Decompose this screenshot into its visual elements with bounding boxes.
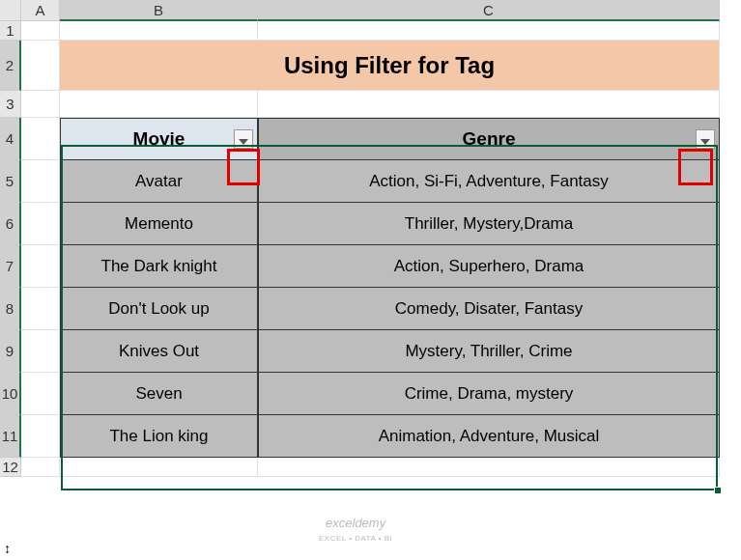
filter-button-movie[interactable] — [234, 129, 253, 149]
table-row[interactable]: Mystery, Thriller, Crime — [258, 330, 720, 373]
row-header-10[interactable]: 10 — [0, 373, 21, 415]
table-header-genre[interactable]: Genre — [258, 118, 720, 160]
col-header-c[interactable]: C — [258, 0, 720, 21]
row-header-7[interactable]: 7 — [0, 245, 21, 288]
table-row[interactable]: Don't Look up — [60, 288, 258, 330]
watermark: exceldemy EXCEL • DATA • BI — [319, 517, 392, 545]
row-header-11[interactable]: 11 — [0, 415, 21, 458]
table-header-movie[interactable]: Movie — [60, 118, 258, 160]
cell-a11[interactable] — [21, 415, 60, 458]
table-row[interactable]: Crime, Drama, mystery — [258, 373, 720, 415]
row-header-8[interactable]: 8 — [0, 288, 21, 330]
row-header-4[interactable]: 4 — [0, 118, 21, 160]
cell-b1[interactable] — [60, 21, 258, 41]
table-row[interactable]: Seven — [60, 373, 258, 415]
cell-a1[interactable] — [21, 21, 60, 41]
watermark-sub: EXCEL • DATA • BI — [319, 534, 392, 543]
row-header-6[interactable]: 6 — [0, 203, 21, 245]
row-header-3[interactable]: 3 — [0, 91, 21, 118]
dropdown-icon — [700, 128, 710, 150]
cell-b12[interactable] — [60, 458, 258, 477]
row-header-12[interactable]: 12 — [0, 458, 21, 477]
cursor-indicator: ↕ — [4, 541, 11, 556]
cell-a6[interactable] — [21, 203, 60, 245]
table-row[interactable]: Action, Superhero, Drama — [258, 245, 720, 288]
cell-a7[interactable] — [21, 245, 60, 288]
selection-handle[interactable] — [714, 487, 722, 494]
cell-a8[interactable] — [21, 288, 60, 330]
dropdown-icon — [239, 128, 248, 150]
cell-b3[interactable] — [60, 91, 258, 118]
cell-a4[interactable] — [21, 118, 60, 160]
row-header-5[interactable]: 5 — [0, 160, 21, 203]
cell-c12[interactable] — [258, 458, 720, 477]
filter-button-genre[interactable] — [696, 129, 715, 149]
cell-a2[interactable] — [21, 41, 60, 91]
col-header-b[interactable]: B — [60, 0, 258, 21]
cell-a9[interactable] — [21, 330, 60, 373]
col-header-a[interactable]: A — [21, 0, 60, 21]
table-row[interactable]: Knives Out — [60, 330, 258, 373]
row-header-1[interactable]: 1 — [0, 21, 21, 41]
svg-marker-1 — [700, 139, 710, 145]
row-header-9[interactable]: 9 — [0, 330, 21, 373]
table-row[interactable]: Memento — [60, 203, 258, 245]
table-row[interactable]: The Lion king — [60, 415, 258, 458]
cell-a3[interactable] — [21, 91, 60, 118]
table-row[interactable]: Action, Si-Fi, Adventure, Fantasy — [258, 160, 720, 203]
header-label-genre: Genre — [463, 128, 516, 150]
cell-a10[interactable] — [21, 373, 60, 415]
cell-c3[interactable] — [258, 91, 720, 118]
svg-marker-0 — [239, 139, 248, 145]
watermark-main: exceldemy — [326, 516, 385, 530]
spreadsheet-grid: A B C 1 2 Using Filter for Tag 3 4 Movie… — [0, 0, 741, 477]
table-row[interactable]: Thriller, Mystery,Drama — [258, 203, 720, 245]
header-label-movie: Movie — [133, 128, 185, 150]
select-all-corner[interactable] — [0, 0, 21, 21]
cell-a12[interactable] — [21, 458, 60, 477]
table-row[interactable]: Animation, Adventure, Musical — [258, 415, 720, 458]
title-cell[interactable]: Using Filter for Tag — [60, 41, 720, 91]
cell-a5[interactable] — [21, 160, 60, 203]
table-row[interactable]: Comedy, Disater, Fantasy — [258, 288, 720, 330]
cell-c1[interactable] — [258, 21, 720, 41]
row-header-2[interactable]: 2 — [0, 41, 21, 91]
table-row[interactable]: The Dark knight — [60, 245, 258, 288]
table-row[interactable]: Avatar — [60, 160, 258, 203]
